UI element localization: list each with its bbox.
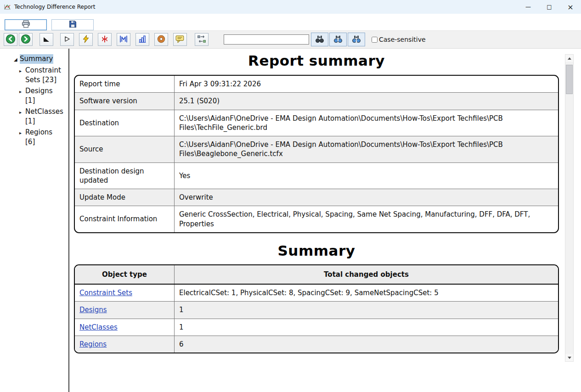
info-row-value: Yes (175, 162, 558, 189)
sidebar-item-label: Regions [6] (25, 128, 58, 147)
window: Technology Difference Report — □ × (0, 0, 581, 392)
report-info-table: Report timeFri Apr 3 09:31:22 2026Softwa… (74, 75, 559, 233)
electrical-constraints-button[interactable] (79, 33, 93, 46)
file-toolbar (0, 14, 581, 30)
manufacturing-icon (157, 35, 165, 45)
back-button[interactable] (4, 33, 17, 46)
summary-link-netclasses[interactable]: NetClasses (79, 323, 118, 331)
find-previous-button[interactable] (329, 33, 347, 46)
collapsed-triangle-icon[interactable]: ▸ (19, 66, 25, 76)
table-row: Update ModeOverwrite (75, 189, 558, 206)
properties-icon (175, 35, 185, 45)
case-sensitive-label: Case-sensitive (379, 36, 426, 43)
table-row: Designs1 (75, 302, 558, 319)
sidebar: ◢Summary▸Constraint Sets [23]▸Designs [1… (0, 49, 68, 392)
summary-row-label: Constraint Sets (75, 284, 175, 302)
maximize-button[interactable]: □ (539, 0, 560, 14)
physical-constraints-button[interactable] (117, 33, 130, 46)
report-info-table-body: Report timeFri Apr 3 09:31:22 2026Softwa… (75, 76, 558, 232)
manufacturing-constraints-button[interactable] (154, 33, 168, 46)
sidebar-item-designs[interactable]: ▸Designs [1] (0, 86, 68, 106)
next-difference-button[interactable] (60, 33, 74, 46)
info-row-value: C:\Users\AidanF\OneDrive - EMA Design Au… (175, 110, 558, 136)
case-sensitive-checkbox[interactable] (372, 37, 378, 43)
table-row: SourceC:\Users\AidanF\OneDrive - EMA Des… (75, 136, 558, 163)
spacing-cset-icon (138, 35, 147, 45)
info-row-label: Source (75, 136, 175, 163)
summary-link-regions[interactable]: Regions (79, 340, 107, 348)
summary-title: Summary (73, 242, 560, 259)
print-button[interactable] (5, 19, 47, 30)
collapsed-triangle-icon[interactable]: ▸ (19, 107, 25, 117)
table-row: NetClasses1 (75, 319, 558, 336)
sidebar-item-label: NetClasses [1] (25, 107, 58, 126)
info-row-label: Update Mode (75, 189, 175, 206)
summary-row-label: NetClasses (75, 319, 175, 336)
sidebar-item-summary[interactable]: ◢Summary (0, 54, 68, 64)
app-icon (4, 3, 11, 11)
lightning-icon (82, 35, 90, 45)
sidebar-item-netclasses[interactable]: ▸NetClasses [1] (0, 107, 68, 126)
summary-col-object-type: Object type (75, 265, 175, 284)
summary-table-body: Constraint SetsElectricalCSet: 1, Physic… (75, 284, 558, 353)
scroll-down-button[interactable] (565, 354, 573, 361)
back-icon (6, 34, 16, 45)
main-area: ◢Summary▸Constraint Sets [23]▸Designs [1… (0, 49, 581, 392)
collapsed-triangle-icon[interactable]: ▸ (19, 128, 25, 138)
minimize-button[interactable]: — (518, 0, 539, 14)
find-next-button[interactable] (348, 33, 365, 46)
table-row: Destination design updatedYes (75, 162, 558, 189)
vertical-scrollbar[interactable] (565, 54, 574, 362)
compare-button[interactable] (195, 33, 209, 46)
sidebar-item-regions[interactable]: ▸Regions [6] (0, 128, 68, 147)
print-icon (22, 20, 30, 29)
table-row: DestinationC:\Users\AidanF\OneDrive - EM… (75, 110, 558, 136)
binoculars-next-icon (351, 35, 361, 45)
properties-button[interactable] (173, 33, 187, 46)
summary-row-value: 1 (175, 319, 558, 336)
summary-row-label: Regions (75, 336, 175, 353)
search-input[interactable] (224, 34, 309, 45)
save-icon (69, 20, 77, 29)
sidebar-item-label: Designs [1] (25, 86, 58, 106)
scroll-up-icon (568, 57, 571, 60)
scroll-track[interactable] (565, 62, 573, 354)
scroll-up-button[interactable] (565, 55, 573, 62)
case-sensitive-option[interactable]: Case-sensitive (372, 36, 426, 43)
summary-row-value: 6 (175, 336, 558, 353)
sidebar-item-label: Summary (20, 54, 53, 64)
summary-link-constraint-sets[interactable]: Constraint Sets (79, 289, 132, 297)
scroll-thumb[interactable] (566, 65, 573, 94)
save-button[interactable] (51, 19, 94, 30)
info-row-value: C:\Users\AidanF\OneDrive - EMA Design Au… (175, 136, 558, 163)
sidebar-item-constraint-sets[interactable]: ▸Constraint Sets [23] (0, 66, 68, 85)
info-row-label: Software version (75, 93, 175, 110)
table-row: Regions6 (75, 336, 558, 353)
report-summary-title: Report summary (73, 52, 560, 69)
info-row-value: Generic CrossSection, Electrical, Physic… (175, 206, 558, 232)
expanded-triangle-icon[interactable]: ◢ (14, 55, 20, 64)
info-row-label: Destination (75, 110, 175, 136)
summary-link-designs[interactable]: Designs (79, 306, 107, 314)
collapsed-triangle-icon[interactable]: ▸ (19, 87, 25, 96)
titlebar: Technology Difference Report — □ × (0, 0, 581, 14)
info-row-label: Destination design updated (75, 162, 175, 189)
table-row: Constraint SetsElectricalCSet: 1, Physic… (75, 284, 558, 302)
signal-integrity-button[interactable] (98, 33, 112, 46)
forward-icon (21, 34, 31, 45)
spacing-constraints-button[interactable] (135, 33, 149, 46)
report-content: Report summary Report timeFri Apr 3 09:3… (69, 49, 581, 392)
scroll-down-icon (568, 357, 571, 359)
summary-col-total-changed: Total changed objects (175, 265, 558, 284)
close-button[interactable]: × (560, 0, 581, 14)
electrical-cset-icon (101, 35, 109, 45)
forward-button[interactable] (19, 33, 33, 46)
report-viewport[interactable]: Report summary Report timeFri Apr 3 09:3… (69, 49, 581, 364)
summary-row-value: 1 (175, 302, 558, 319)
find-button[interactable] (311, 33, 328, 46)
info-row-value: Fri Apr 3 09:31:22 2026 (175, 76, 558, 93)
info-row-value: 25.1 (S020) (175, 93, 558, 110)
binoculars-previous-icon (333, 35, 343, 45)
summary-header-row: Object type Total changed objects (75, 265, 558, 284)
corner-triangle-button[interactable] (39, 33, 53, 46)
